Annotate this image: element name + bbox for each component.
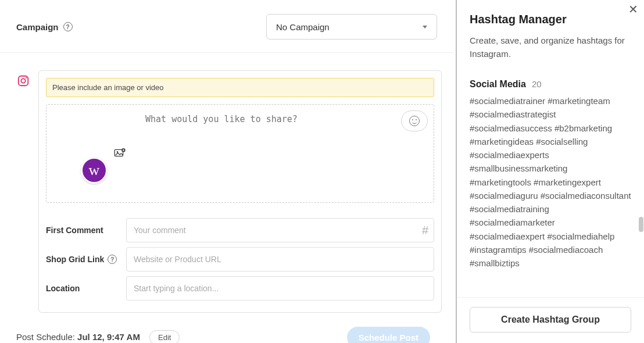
first-comment-input[interactable] xyxy=(126,218,434,242)
scrollbar-thumb[interactable] xyxy=(639,217,643,232)
shop-grid-label: Shop Grid Link xyxy=(46,255,104,264)
instagram-icon xyxy=(16,74,30,88)
hashtag-button[interactable]: # xyxy=(422,224,428,237)
hashtag-manager-title: Hashtag Manager xyxy=(470,13,631,26)
svg-point-2 xyxy=(26,77,27,78)
caption-input[interactable] xyxy=(135,112,401,195)
hashtag-manager-footer: Create Hashtag Group xyxy=(457,297,644,343)
schedule-prefix: Post Schedule: xyxy=(16,332,77,342)
location-row: Location xyxy=(46,276,434,301)
avatar-letter: w xyxy=(89,162,100,179)
first-comment-label: First Comment xyxy=(46,226,120,235)
edit-schedule-button[interactable]: Edit xyxy=(149,330,180,343)
hashtag-group-name: Social Media xyxy=(470,79,526,90)
media-thumb: w xyxy=(53,112,135,196)
schedule-post-button[interactable]: Schedule Post xyxy=(347,327,430,343)
schedule-time: Jul 12, 9:47 AM xyxy=(77,332,140,342)
location-input[interactable] xyxy=(126,276,434,301)
help-icon[interactable]: ? xyxy=(108,255,117,264)
campaign-selected-value: No Campaign xyxy=(276,22,330,32)
hashtag-manager-content: Hashtag Manager Create, save, and organi… xyxy=(457,0,644,297)
hashtag-group-header[interactable]: Social Media 20 xyxy=(470,79,631,90)
hashtag-group-count: 20 xyxy=(532,79,542,89)
main-panel: Campaign ? No Campaign Please include an… xyxy=(0,0,453,343)
composer-wrap: Please include an image or video w xyxy=(0,53,453,313)
composer-card: Please include an image or video w xyxy=(38,70,442,313)
add-media-icon[interactable] xyxy=(114,148,126,158)
emoji-icon xyxy=(409,116,420,126)
close-icon[interactable]: ✕ xyxy=(628,2,638,16)
help-icon[interactable]: ? xyxy=(63,22,73,31)
campaign-label: Campaign xyxy=(16,22,59,32)
chevron-down-icon xyxy=(423,26,427,28)
post-footer: Post Schedule: Jul 12, 9:47 AM Edit Sche… xyxy=(0,327,442,343)
shop-grid-row: Shop Grid Link ? xyxy=(46,247,434,271)
shop-grid-input[interactable] xyxy=(126,247,434,271)
location-label: Location xyxy=(46,284,120,293)
account-avatar: w xyxy=(81,157,108,184)
composer-form: First Comment # Shop Grid Link ? xyxy=(46,218,434,301)
hashtag-manager-desc: Create, save, and organize hashtags for … xyxy=(470,34,631,60)
media-required-alert: Please include an image or video xyxy=(46,78,434,97)
emoji-picker-button[interactable] xyxy=(401,110,428,131)
schedule-info: Post Schedule: Jul 12, 9:47 AM Edit xyxy=(16,330,180,343)
svg-point-1 xyxy=(21,78,25,83)
first-comment-row: First Comment # xyxy=(46,218,434,242)
campaign-row: Campaign ? No Campaign xyxy=(0,0,453,53)
create-hashtag-group-button[interactable]: Create Hashtag Group xyxy=(470,307,631,333)
hashtag-list[interactable]: #socialmediatrainer #marketingteam #soci… xyxy=(470,94,631,270)
media-dropzone[interactable]: w xyxy=(46,104,434,203)
campaign-select[interactable]: No Campaign xyxy=(266,14,437,40)
hashtag-manager-panel: ✕ Hashtag Manager Create, save, and orga… xyxy=(456,0,644,343)
